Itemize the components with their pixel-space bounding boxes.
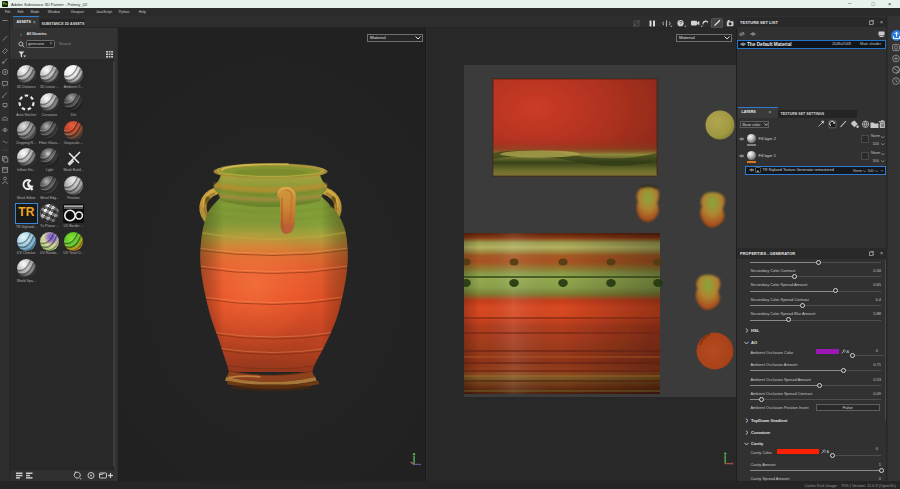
svg-text:?: ?	[679, 20, 682, 26]
